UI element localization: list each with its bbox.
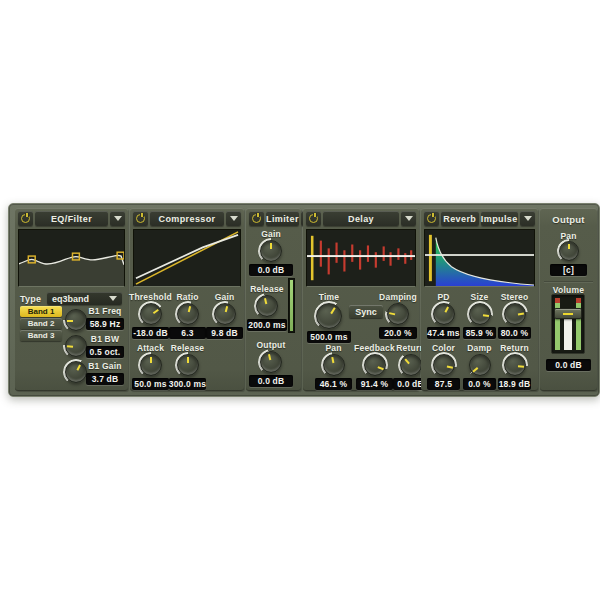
reverb-dropdown-button[interactable] (520, 211, 535, 226)
band-1-button[interactable]: Band 1 (20, 306, 62, 317)
b1-freq-label: B1 Freq (88, 306, 121, 316)
eq-title-label: EQ/Filter (51, 214, 92, 224)
output-panel: Output Pan [c] Volume 0.0 dB (540, 208, 597, 391)
eq-curve-display[interactable] (18, 229, 125, 287)
eq-title-dropdown[interactable]: EQ/Filter (35, 211, 108, 226)
reverb-title-dropdown[interactable]: Reverb (441, 211, 479, 226)
eq-type-value: eq3band (52, 294, 109, 304)
time-value[interactable]: 500.0 ms (307, 331, 351, 343)
ratio-knob[interactable] (177, 303, 199, 325)
damping-param: Damping 20.0 % (379, 292, 417, 339)
eq-type-dropdown[interactable]: eq3band (47, 292, 122, 305)
reverb-decay-graphic (425, 230, 534, 286)
compressor-curve-graphic (134, 230, 240, 286)
b1-freq-knob[interactable] (65, 309, 87, 331)
limiter-release-value[interactable]: 200.0 ms (247, 319, 287, 331)
limiter-gain-value[interactable]: 0.0 dB (249, 264, 293, 276)
reverb-mode-dropdown[interactable]: Impulse (481, 211, 519, 226)
size-param: Size 85.9 % (463, 292, 496, 339)
stereo-knob[interactable] (504, 303, 526, 325)
ratio-value[interactable]: 6.3 (169, 327, 206, 339)
pd-knob[interactable] (433, 303, 455, 325)
color-value[interactable]: 87.5 (427, 378, 460, 390)
chevron-down-icon (524, 216, 532, 221)
compressor-dropdown-button[interactable] (226, 211, 241, 226)
comp-release-knob[interactable] (177, 354, 199, 376)
screenshot-stage: EQ/Filter Type eq3band Band 1 Band 2 (0, 0, 600, 600)
damp-knob[interactable] (469, 354, 491, 376)
attack-value[interactable]: 50.0 ms (132, 378, 169, 390)
feedback-value[interactable]: 91.4 % (356, 378, 393, 390)
threshold-value[interactable]: -18.0 dB (132, 327, 169, 339)
compressor-curve-display (133, 229, 241, 287)
reverb-title-bar: Reverb Impulse (424, 211, 535, 226)
delay-title-label: Delay (348, 214, 374, 224)
limiter-release-knob[interactable] (256, 295, 278, 317)
delay-title-dropdown[interactable]: Delay (323, 211, 399, 226)
reverb-return-knob[interactable] (504, 354, 526, 376)
damp-value[interactable]: 0.0 % (463, 378, 496, 390)
compressor-title-dropdown[interactable]: Compressor (150, 211, 224, 226)
power-icon (136, 214, 145, 223)
feedback-knob[interactable] (364, 354, 386, 376)
eq-type-row: Type eq3band (18, 292, 125, 305)
size-knob[interactable] (469, 303, 491, 325)
fader-handle-marker (563, 313, 573, 315)
comp-gain-knob[interactable] (214, 303, 236, 325)
band-3-button[interactable]: Band 3 (20, 330, 62, 341)
limiter-title-dropdown[interactable]: Limiter (266, 211, 299, 226)
threshold-param: Threshold -18.0 dB (132, 292, 169, 339)
chevron-down-icon (230, 216, 238, 221)
type-label: Type (20, 294, 41, 304)
threshold-knob[interactable] (140, 303, 162, 325)
b1-bw-value[interactable]: 0.5 oct. (86, 346, 124, 358)
delay-pan-knob[interactable] (323, 354, 345, 376)
color-knob[interactable] (433, 354, 455, 376)
b1-gain-knob[interactable] (65, 361, 87, 383)
comp-gain-value[interactable]: 9.8 dB (206, 327, 243, 339)
time-knob[interactable] (316, 303, 342, 329)
volume-fader[interactable] (551, 294, 585, 354)
b1-freq-param: B1 Freq 58.9 Hz (85, 306, 125, 330)
eq-title-bar: EQ/Filter (18, 211, 125, 226)
limiter-power-button[interactable] (249, 211, 264, 226)
attack-knob[interactable] (140, 354, 162, 376)
limiter-release-param: Release 200.0 ms (247, 284, 287, 331)
limiter-output-knob[interactable] (260, 351, 282, 373)
delay-pan-value[interactable]: 46.1 % (315, 378, 352, 390)
color-param: Color 87.5 (427, 343, 460, 390)
output-pan-knob[interactable] (559, 241, 579, 261)
reverb-return-value[interactable]: 18.9 dB (498, 378, 531, 390)
limiter-title-label: Limiter (266, 214, 299, 224)
b1-gain-param: B1 Gain 3.7 dB (85, 361, 125, 385)
delay-power-button[interactable] (306, 211, 321, 226)
b1-bw-knob[interactable] (65, 335, 87, 357)
compressor-power-button[interactable] (133, 211, 148, 226)
output-pan-value[interactable]: [c] (550, 264, 587, 276)
level-meter-left (555, 298, 560, 350)
stereo-value[interactable]: 80.0 % (498, 327, 531, 339)
damping-value[interactable]: 20.0 % (379, 327, 417, 339)
chevron-down-icon (114, 216, 122, 221)
limiter-gain-knob[interactable] (260, 240, 282, 262)
limiter-output-value[interactable]: 0.0 dB (249, 375, 293, 387)
delay-return-knob[interactable] (400, 354, 422, 376)
volume-value[interactable]: 0.0 dB (546, 359, 591, 371)
b1-gain-value[interactable]: 3.7 dB (86, 373, 124, 385)
b1-freq-value[interactable]: 58.9 Hz (86, 318, 124, 330)
damping-knob[interactable] (387, 303, 409, 325)
ratio-param: Ratio 6.3 (169, 292, 206, 339)
eq-dropdown-button[interactable] (110, 211, 125, 226)
comp-release-value[interactable]: 300.0 ms (169, 378, 206, 390)
b1-gain-label: B1 Gain (88, 361, 122, 371)
sync-button[interactable]: Sync (349, 305, 383, 318)
pd-value[interactable]: 47.4 ms (427, 327, 460, 339)
size-value[interactable]: 85.9 % (463, 327, 496, 339)
reverb-power-button[interactable] (424, 211, 439, 226)
band-2-button[interactable]: Band 2 (20, 318, 62, 329)
delay-dropdown-button[interactable] (401, 211, 416, 226)
eq-power-button[interactable] (18, 211, 33, 226)
power-icon (309, 214, 318, 223)
volume-fader-handle[interactable] (554, 308, 582, 319)
reverb-title-label: Reverb (443, 214, 476, 224)
